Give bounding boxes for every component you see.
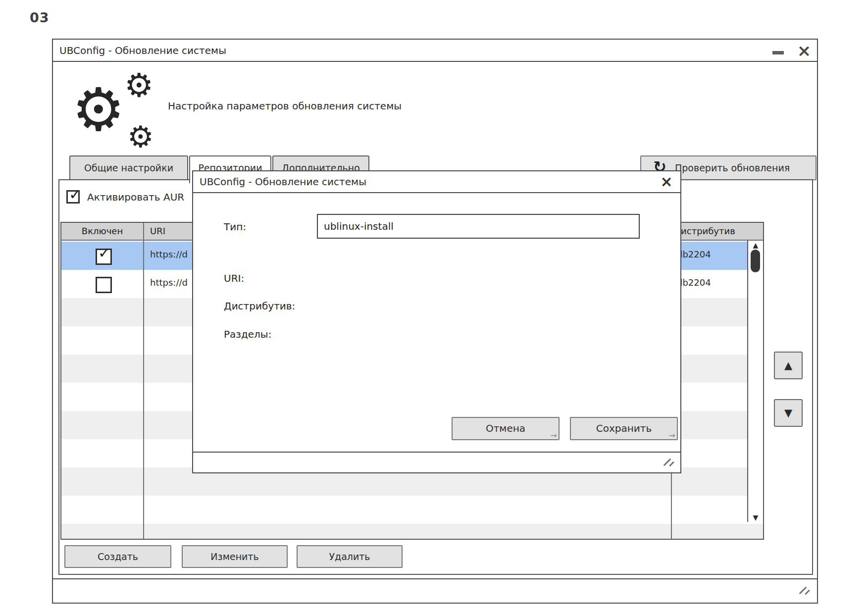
grip-line: [669, 461, 674, 467]
up-triangle-icon: ▲: [784, 359, 792, 371]
dialog-title: UBConfig - Обновление системы: [200, 171, 366, 192]
cell-distro: db2204: [677, 277, 711, 288]
move-up-button[interactable]: ▲: [774, 352, 803, 379]
status-bar: [53, 578, 817, 603]
edit-repository-dialog: UBConfig - Обновление системы × Тип: URI…: [192, 170, 681, 473]
aur-checkbox[interactable]: ✓: [66, 190, 80, 204]
row-checkbox-unchecked[interactable]: [96, 277, 112, 293]
cell-uri: https://d: [150, 249, 188, 259]
gear-icon: ⚙: [72, 80, 125, 140]
delete-button[interactable]: Удалить: [297, 545, 403, 568]
cell-uri: https://d: [150, 277, 188, 288]
close-icon: ×: [797, 41, 812, 60]
type-input[interactable]: [317, 214, 640, 239]
table-scrollbar[interactable]: ▲ ▼: [747, 241, 763, 522]
dialog-titlebar: UBConfig - Обновление системы ×: [193, 171, 680, 193]
create-button[interactable]: Создать: [64, 545, 171, 568]
page-label: 03: [30, 10, 50, 25]
link-arrow-icon: →: [669, 432, 675, 440]
table-row-empty: [61, 524, 763, 540]
save-button-label: Сохранить: [596, 422, 652, 434]
gear-icon: ⚙: [127, 122, 154, 152]
page-subtitle: Настройка параметров обновления системы: [168, 100, 402, 112]
dialog-close-button[interactable]: ×: [658, 171, 675, 192]
edit-button[interactable]: Изменить: [182, 545, 288, 568]
cancel-button[interactable]: Отмена →: [452, 417, 560, 440]
grip-line: [805, 590, 810, 595]
tab-label: Общие настройки: [84, 162, 173, 173]
scrollbar-thumb[interactable]: [751, 250, 760, 272]
column-header-uri: URI: [150, 223, 165, 240]
minimize-button[interactable]: [769, 40, 786, 61]
window-title: UBConfig - Обновление системы: [59, 40, 226, 61]
cell-distro: db2204: [677, 249, 711, 259]
move-down-button[interactable]: ▼: [774, 399, 803, 427]
canvas: 03 UBConfig - Обновление системы × ⚙ ⚙ ⚙…: [0, 0, 868, 614]
sections-label: Разделы:: [224, 328, 271, 340]
close-button[interactable]: ×: [795, 40, 813, 61]
aur-checkbox-label: Активировать AUR: [87, 191, 184, 203]
uri-label: URI:: [224, 272, 244, 284]
column-divider: [143, 223, 144, 539]
table-row-empty: [61, 496, 763, 524]
edit-button-label: Изменить: [210, 551, 258, 562]
link-arrow-icon: →: [551, 432, 557, 440]
main-titlebar: UBConfig - Обновление системы ×: [53, 40, 817, 62]
dialog-status-bar: [193, 452, 680, 472]
column-header-enabled: Включен: [61, 223, 143, 240]
resize-grip[interactable]: [663, 457, 675, 468]
scroll-down-icon[interactable]: ▼: [748, 513, 763, 521]
save-button[interactable]: Сохранить →: [570, 417, 678, 440]
distro-label: Дистрибутив:: [224, 300, 295, 312]
gear-icon: ⚙: [124, 69, 153, 102]
tab-general-settings[interactable]: Общие настройки: [69, 155, 188, 180]
column-header-distro: Дистрибутив: [674, 223, 735, 240]
down-triangle-icon: ▼: [784, 407, 792, 419]
row-checkbox-checked[interactable]: ✓: [96, 249, 112, 265]
minimize-icon: [772, 51, 784, 54]
check-icon: ✓: [98, 244, 110, 261]
gears-icon: ⚙ ⚙ ⚙: [72, 73, 161, 153]
close-icon: ×: [660, 173, 672, 190]
delete-button-label: Удалить: [329, 551, 370, 562]
check-updates-label: Проверить обновления: [675, 156, 790, 179]
check-icon: ✓: [69, 186, 81, 203]
cancel-button-label: Отмена: [486, 422, 525, 434]
resize-grip[interactable]: [798, 585, 811, 596]
type-label: Тип:: [224, 221, 246, 233]
create-button-label: Создать: [98, 551, 138, 562]
scroll-up-icon[interactable]: ▲: [748, 241, 763, 249]
